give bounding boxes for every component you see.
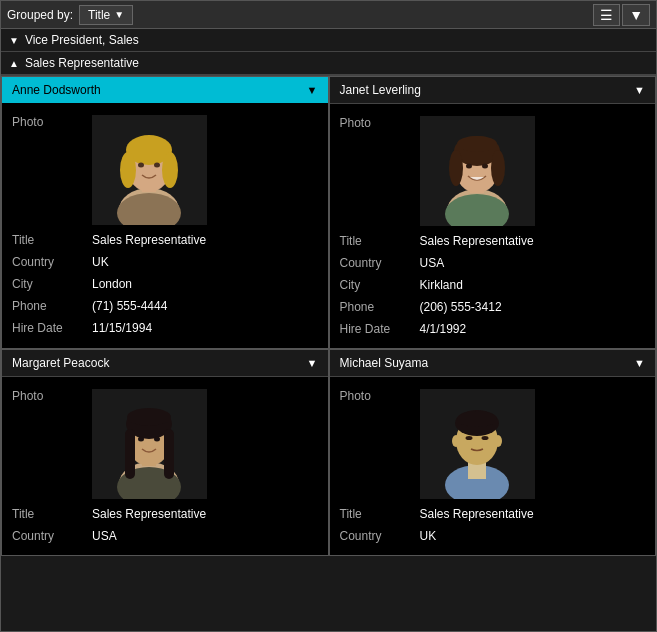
view-dropdown-button[interactable]: ▼ bbox=[622, 4, 650, 26]
label-country-margaret: Country bbox=[12, 529, 82, 543]
card-header-janet[interactable]: Janet Leverling ▼ bbox=[330, 77, 656, 104]
field-row-title-anne: Title Sales Representative bbox=[12, 229, 318, 251]
card-chevron-janet: ▼ bbox=[634, 84, 645, 96]
field-row-photo-anne: Photo bbox=[12, 111, 318, 229]
card-body-margaret: Photo bbox=[2, 377, 328, 555]
field-row-phone-janet: Phone (206) 555-3412 bbox=[340, 296, 646, 318]
field-row-country-anne: Country UK bbox=[12, 251, 318, 273]
vp-sales-arrow: ▼ bbox=[9, 35, 19, 46]
svg-point-6 bbox=[120, 152, 136, 188]
svg-point-38 bbox=[452, 435, 460, 447]
svg-rect-27 bbox=[125, 429, 135, 479]
svg-point-17 bbox=[491, 150, 505, 186]
svg-point-37 bbox=[457, 411, 497, 427]
value-city-anne: London bbox=[92, 277, 132, 291]
field-row-hiredate-janet: Hire Date 4/1/1992 bbox=[340, 318, 646, 340]
value-hiredate-anne: 11/15/1994 bbox=[92, 321, 152, 335]
field-row-city-anne: City London bbox=[12, 273, 318, 295]
grouped-by-label: Grouped by: bbox=[7, 8, 73, 22]
card-chevron-michael: ▼ bbox=[634, 357, 645, 369]
photo-anne bbox=[92, 115, 207, 225]
label-title-anne: Title bbox=[12, 233, 82, 247]
svg-point-30 bbox=[138, 437, 144, 442]
view-toggle-button[interactable]: ☰ bbox=[593, 4, 620, 26]
label-title-janet: Title bbox=[340, 234, 410, 248]
toolbar-right: ☰ ▼ bbox=[593, 4, 650, 26]
label-hiredate-anne: Hire Date bbox=[12, 321, 82, 335]
field-row-photo-michael: Photo bbox=[340, 385, 646, 503]
card-body-michael: Photo bbox=[330, 377, 656, 555]
svg-point-41 bbox=[481, 436, 488, 440]
label-country-michael: Country bbox=[340, 529, 410, 543]
label-city-janet: City bbox=[340, 278, 410, 292]
group-header-vp-sales[interactable]: ▼ Vice President, Sales bbox=[1, 29, 656, 52]
value-title-janet: Sales Representative bbox=[420, 234, 534, 248]
value-country-margaret: USA bbox=[92, 529, 117, 543]
svg-point-18 bbox=[457, 136, 497, 152]
grouped-by-value: Title bbox=[88, 8, 110, 22]
card-chevron-anne: ▼ bbox=[307, 84, 318, 96]
svg-point-16 bbox=[449, 150, 463, 186]
grouped-by-button[interactable]: Title ▼ bbox=[79, 5, 133, 25]
value-phone-janet: (206) 555-3412 bbox=[420, 300, 502, 314]
svg-point-7 bbox=[162, 152, 178, 188]
toolbar: Grouped by: Title ▼ ☰ ▼ bbox=[1, 1, 656, 29]
svg-point-29 bbox=[127, 408, 171, 426]
label-country-janet: Country bbox=[340, 256, 410, 270]
label-phone-anne: Phone bbox=[12, 299, 82, 313]
label-country-anne: Country bbox=[12, 255, 82, 269]
app-container: Grouped by: Title ▼ ☰ ▼ ▼ Vice President… bbox=[0, 0, 657, 632]
svg-point-39 bbox=[494, 435, 502, 447]
card-body-janet: Photo bbox=[330, 104, 656, 348]
field-row-hiredate-anne: Hire Date 11/15/1994 bbox=[12, 317, 318, 339]
card-header-michael[interactable]: Michael Suyama ▼ bbox=[330, 350, 656, 377]
card-name-margaret: Margaret Peacock bbox=[12, 356, 109, 370]
photo-margaret bbox=[92, 389, 207, 499]
cards-grid: Anne Dodsworth ▼ Photo bbox=[1, 75, 656, 556]
photo-michael bbox=[420, 389, 535, 499]
field-row-country-margaret: Country USA bbox=[12, 525, 318, 547]
svg-point-31 bbox=[154, 437, 160, 442]
svg-rect-28 bbox=[164, 429, 174, 479]
scrollable-content[interactable]: ▼ Vice President, Sales ▲ Sales Represen… bbox=[1, 29, 656, 631]
field-label-photo-margaret: Photo bbox=[12, 389, 82, 403]
svg-point-8 bbox=[138, 163, 144, 168]
vp-sales-label: Vice President, Sales bbox=[25, 33, 139, 47]
value-phone-anne: (71) 555-4444 bbox=[92, 299, 167, 313]
value-title-anne: Sales Representative bbox=[92, 233, 206, 247]
photo-janet bbox=[420, 116, 535, 226]
label-title-michael: Title bbox=[340, 507, 410, 521]
sales-rep-arrow: ▲ bbox=[9, 58, 19, 69]
value-title-margaret: Sales Representative bbox=[92, 507, 206, 521]
label-city-anne: City bbox=[12, 277, 82, 291]
svg-point-40 bbox=[465, 436, 472, 440]
label-hiredate-janet: Hire Date bbox=[340, 322, 410, 336]
field-label-photo-anne: Photo bbox=[12, 115, 82, 129]
card-michael: Michael Suyama ▼ Photo bbox=[329, 349, 657, 556]
field-row-city-janet: City Kirkland bbox=[340, 274, 646, 296]
label-title-margaret: Title bbox=[12, 507, 82, 521]
svg-point-20 bbox=[482, 164, 488, 169]
field-row-title-margaret: Title Sales Representative bbox=[12, 503, 318, 525]
field-row-country-janet: Country USA bbox=[340, 252, 646, 274]
grouped-by-chevron: ▼ bbox=[114, 9, 124, 20]
value-country-michael: UK bbox=[420, 529, 437, 543]
card-chevron-margaret: ▼ bbox=[307, 357, 318, 369]
card-header-margaret[interactable]: Margaret Peacock ▼ bbox=[2, 350, 328, 377]
value-title-michael: Sales Representative bbox=[420, 507, 534, 521]
group-header-sales-rep[interactable]: ▲ Sales Representative bbox=[1, 52, 656, 75]
card-janet: Janet Leverling ▼ Photo bbox=[329, 76, 657, 349]
value-hiredate-janet: 4/1/1992 bbox=[420, 322, 467, 336]
value-city-janet: Kirkland bbox=[420, 278, 463, 292]
card-name-anne: Anne Dodsworth bbox=[12, 83, 101, 97]
card-margaret: Margaret Peacock ▼ Photo bbox=[1, 349, 329, 556]
card-name-janet: Janet Leverling bbox=[340, 83, 421, 97]
value-country-anne: UK bbox=[92, 255, 109, 269]
field-label-photo-michael: Photo bbox=[340, 389, 410, 403]
svg-point-19 bbox=[466, 164, 472, 169]
card-anne: Anne Dodsworth ▼ Photo bbox=[1, 76, 329, 349]
card-header-anne[interactable]: Anne Dodsworth ▼ bbox=[2, 77, 328, 103]
field-row-photo-margaret: Photo bbox=[12, 385, 318, 503]
field-row-title-michael: Title Sales Representative bbox=[340, 503, 646, 525]
field-row-photo-janet: Photo bbox=[340, 112, 646, 230]
